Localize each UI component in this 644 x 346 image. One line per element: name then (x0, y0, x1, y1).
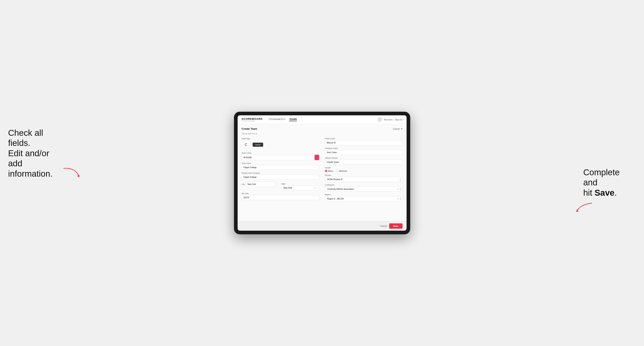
zip-input[interactable] (242, 195, 319, 200)
state-input[interactable] (282, 185, 314, 190)
save-button[interactable]: Save (389, 223, 402, 229)
assistant-coach-label: Assistant Coach (325, 147, 402, 149)
mens-label: Mens (328, 170, 333, 172)
logo-circle: C (242, 140, 250, 149)
tablet-device: SCOREBOARD Powered by clippd TOURNAMENTS… (234, 112, 410, 234)
conference-select[interactable]: University Athletic Association ✕ ▲▼ (325, 186, 402, 192)
team-name-label: Team name (242, 162, 319, 164)
team-name-input[interactable] (242, 165, 319, 170)
color-swatch[interactable] (314, 155, 319, 160)
assistant-coach-input[interactable] (325, 150, 402, 155)
annotation-right-line1: Complete and (583, 168, 620, 187)
athletic-director-label: Athletic Director (325, 157, 402, 159)
nav-links: TOURNAMENTS TEAMS (268, 118, 297, 121)
page-title: Create Team (242, 127, 257, 130)
state-label: State (281, 183, 286, 185)
city-label: City (242, 183, 245, 185)
cancel-footer-button[interactable]: Cancel (380, 225, 387, 227)
cancel-top-button[interactable]: Cancel ✕ (393, 128, 402, 130)
state-input-wrap: ✕ ⌄ (281, 185, 319, 190)
gender-group: Gender Mens Womens (325, 167, 402, 172)
right-arrow-annotation (575, 201, 593, 214)
nav-right: Test User | Sign out (378, 117, 402, 122)
form-layout: Team logo C Upload Team colour (242, 138, 402, 201)
page-header: Create Team Cancel ✕ (242, 127, 402, 130)
team-colour-group: Team colour (242, 152, 319, 160)
nav-teams[interactable]: TEAMS (289, 118, 297, 121)
upload-button[interactable]: Upload (252, 143, 263, 147)
division-select[interactable]: NCAA Division III ▲▼ (325, 177, 402, 182)
navbar: SCOREBOARD Powered by clippd TOURNAMENTS… (238, 115, 406, 124)
division-value: NCAA Division III (326, 177, 400, 182)
womens-radio-button[interactable] (336, 170, 338, 172)
annotation-right-line2: hit (583, 188, 594, 197)
division-arrows-icon: ▲▼ (400, 178, 401, 181)
main-content: Create Team Cancel ✕ TEAM DETAILS Team l… (238, 124, 406, 221)
sign-out-link[interactable]: Sign out (395, 119, 402, 121)
form-right: Head Coach Assistant Coach Athletic Dire… (325, 138, 402, 201)
annotation-line2: Edit and/or add (8, 149, 49, 168)
city-state-row: City State ✕ ⌄ (242, 182, 319, 190)
form-left: Team logo C Upload Team colour (242, 138, 319, 201)
region-label: Region (325, 194, 402, 196)
conference-label: Conference (325, 184, 402, 186)
division-label: Division (325, 174, 402, 176)
form-footer: Cancel Save (238, 221, 406, 231)
team-name-group: Team name (242, 162, 319, 170)
brand-subtitle: Powered by clippd (242, 120, 263, 122)
gender-womens-option[interactable]: Womens (336, 170, 347, 172)
section-title: TEAM DETAILS (242, 133, 402, 135)
city-state-group: City State ✕ ⌄ (242, 182, 319, 190)
annotation-line3: information. (8, 169, 52, 178)
region-clear-icon[interactable]: ✕ (397, 198, 399, 200)
womens-label: Womens (339, 170, 347, 172)
display-name-group: Display name (unique) (242, 172, 319, 180)
conference-clear-icon[interactable]: ✕ (397, 188, 399, 190)
close-icon: ✕ (401, 128, 402, 130)
display-name-label: Display name (unique) (242, 172, 319, 174)
state-clear-icon[interactable]: ✕ (314, 187, 316, 189)
athletic-director-group: Athletic Director (325, 157, 402, 165)
city-input[interactable] (246, 182, 275, 187)
athletic-director-input[interactable] (325, 160, 402, 165)
brand-logo: SCOREBOARD Powered by clippd (242, 118, 263, 122)
team-colour-label: Team colour (242, 152, 319, 154)
region-select[interactable]: Region II - (M) DIII ✕ ▲▼ (325, 196, 402, 201)
conference-group: Conference University Athletic Associati… (325, 184, 402, 192)
head-coach-input[interactable] (325, 140, 402, 145)
region-value: Region II - (M) DIII (326, 196, 397, 201)
team-logo-group: Team logo C Upload (242, 138, 319, 150)
left-annotation: Check all fields. Edit and/or add inform… (8, 128, 61, 179)
display-name-input[interactable] (242, 174, 319, 180)
city-group: City (242, 182, 280, 190)
mens-radio-button[interactable] (325, 170, 327, 172)
conference-arrows-icon: ▲▼ (400, 187, 401, 191)
logo-area: C Upload (242, 140, 319, 149)
head-coach-group: Head Coach (325, 138, 402, 145)
head-coach-label: Head Coach (325, 138, 402, 140)
left-arrow-annotation (62, 166, 81, 178)
user-avatar (378, 117, 382, 122)
state-dropdown-icon[interactable]: ⌄ (316, 187, 318, 189)
color-input-wrap (242, 155, 319, 160)
annotation-right-bold: Save (594, 188, 614, 197)
team-colour-input[interactable] (242, 155, 313, 160)
division-group: Division NCAA Division III ▲▼ (325, 174, 402, 182)
region-arrows-icon: ▲▼ (400, 197, 401, 200)
conference-value: University Athletic Association (326, 187, 397, 191)
gender-row: Mens Womens (325, 170, 402, 172)
zip-label: Zip code (242, 192, 319, 194)
team-logo-label: Team logo (242, 138, 319, 140)
right-annotation: Complete and hit Save. (583, 167, 636, 198)
annotation-right-end: . (614, 188, 617, 197)
state-group: State ✕ ⌄ (281, 182, 319, 190)
tablet-screen: SCOREBOARD Powered by clippd TOURNAMENTS… (238, 115, 406, 231)
annotation-line1: Check all fields. (8, 128, 43, 148)
zip-code-group: Zip code (242, 192, 319, 200)
user-label: Test User | (384, 119, 394, 121)
gender-mens-option[interactable]: Mens (325, 170, 333, 172)
logo-initial: C (245, 143, 247, 147)
gender-label: Gender (325, 167, 402, 169)
brand-title: SCOREBOARD (242, 118, 263, 120)
nav-tournaments[interactable]: TOURNAMENTS (268, 118, 286, 121)
